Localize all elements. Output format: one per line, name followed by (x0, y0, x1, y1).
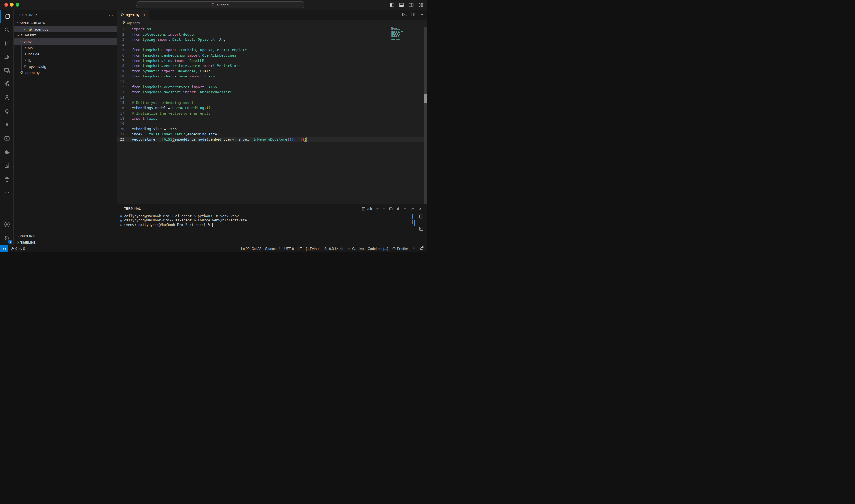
code-line-7[interactable]: 7from langchain.llms import BaseLLM (117, 58, 424, 64)
command-center-search[interactable]: ai-agent (137, 1, 304, 8)
status-feedback[interactable] (410, 246, 417, 252)
command-decoration-hollow[interactable] (120, 224, 122, 226)
close-window-button[interactable] (4, 3, 8, 6)
activity-bar-item-mongodb[interactable] (0, 119, 14, 132)
code-line-10[interactable]: 10from langchain.chains.base import Chai… (117, 74, 424, 79)
code-line-4[interactable]: 4 (117, 42, 424, 48)
sidebar-row-folder-lib[interactable]: lib (14, 57, 117, 64)
activity-bar-item-cpp-tools[interactable]: C (0, 159, 14, 173)
code-line-13[interactable]: 13from langchain.docstore import InMemor… (117, 90, 424, 95)
sidebar-row-open-editors-header[interactable]: OPEN EDITORS (14, 20, 117, 26)
code-line-20[interactable]: 20embedding_size = 1536 (117, 126, 424, 132)
status-notifications[interactable] (417, 246, 425, 252)
activity-bar-item-remote-explorer[interactable] (0, 64, 14, 78)
code-line-8[interactable]: 8from langchain.vectorstores.base import… (117, 64, 424, 69)
activity-bar-item-run-debug[interactable] (0, 51, 14, 64)
sidebar-row-file-pyvenv-cfg[interactable]: ⚙pyvenv.cfg (14, 64, 117, 70)
sidebar-row-timeline-header[interactable]: TIMELINE (14, 239, 117, 245)
customize-layout-icon[interactable] (418, 2, 424, 8)
code-line-6[interactable]: 6from langchain.embeddings import OpenAI… (117, 53, 424, 58)
terminal-viewport[interactable]: cailynyong@MacBook-Pro-2 ai-agent % pyth… (117, 213, 414, 245)
code-line-22[interactable]: 22vectorstore = FAISS(embeddings_model.e… (117, 137, 424, 142)
code-line-16[interactable]: 16embeddings_model = OpenAIEmbeddings() (117, 106, 424, 111)
code-line-18[interactable]: 18import faiss (117, 116, 424, 121)
minimap[interactable] (391, 28, 414, 49)
sidebar-row-folder-venv[interactable]: venv (14, 38, 117, 45)
remote-indicator[interactable]: >< (0, 246, 8, 252)
split-terminal-icon[interactable] (389, 207, 393, 211)
activity-bar-item-docker[interactable] (0, 146, 14, 159)
split-editor-icon[interactable] (411, 12, 416, 18)
status-prettier[interactable]: Prettier (390, 246, 410, 252)
command-decoration-filled[interactable] (120, 215, 122, 217)
editor-scrollbar[interactable] (424, 26, 427, 204)
terminal-dropdown-icon[interactable] (382, 207, 386, 211)
code-line-9[interactable]: 9from pydantic import BaseModel, Field (117, 69, 424, 74)
activity-bar-item-accounts[interactable] (0, 218, 14, 232)
code-line-19[interactable]: 19 (117, 121, 424, 127)
row-label: bin (28, 46, 33, 50)
activity-bar-item-terminal-view[interactable] (0, 132, 14, 146)
terminal-line-1: cailynyong@MacBook-Pro-2 ai-agent % pyth… (117, 214, 414, 218)
history-back-icon[interactable]: ← (124, 2, 129, 7)
activity-bar-item-source-control[interactable] (0, 37, 14, 51)
command-decoration-filled[interactable] (120, 220, 122, 222)
activity-bar-item-explorer[interactable] (0, 10, 14, 23)
tab-agent-py[interactable]: agent.py × (117, 10, 149, 20)
activity-bar-item-q-extension[interactable]: Q (0, 105, 14, 119)
code-line-5[interactable]: 5from langchain import LLMChain, OpenAI,… (117, 48, 424, 53)
zoom-window-button[interactable] (16, 3, 19, 6)
status-cursor-position[interactable]: Ln 22, Col 83 (239, 246, 263, 252)
editor-more-actions-icon[interactable] (419, 12, 424, 18)
activity-bar-item-testing[interactable] (0, 91, 14, 105)
activity-bar-item-extensions[interactable] (0, 78, 14, 91)
breadcrumb[interactable]: agent.py (117, 20, 427, 26)
status-python-interpreter[interactable]: 3.10.0 64-bit (322, 246, 345, 252)
sidebar-row-open-editor-agent-py[interactable]: ×agent.py (14, 26, 117, 32)
explorer-more-actions-icon[interactable]: ⋯ (109, 13, 113, 17)
kill-terminal-icon[interactable] (396, 207, 400, 211)
close-panel-icon[interactable] (418, 207, 423, 211)
new-terminal-icon[interactable] (375, 207, 379, 211)
terminal-instance-icon[interactable] (419, 227, 423, 231)
close-editor-icon[interactable]: × (22, 27, 26, 31)
sidebar-row-file-agent-py[interactable]: agent.py (14, 70, 117, 76)
minimize-window-button[interactable] (10, 3, 14, 6)
code-line-21[interactable]: 21index = faiss.IndexFlatL2(embedding_si… (117, 132, 424, 137)
activity-bar-item-settings[interactable]: ⚙1 (0, 232, 14, 245)
tab-close-icon[interactable]: × (143, 13, 146, 17)
panel-more-actions-icon[interactable] (404, 207, 408, 211)
sidebar-row-folder-include[interactable]: include (14, 51, 117, 57)
terminal-scrollbar[interactable] (414, 220, 415, 226)
tab-terminal[interactable]: TERMINAL (124, 205, 141, 212)
code-area[interactable]: 1import os2from collections import deque… (117, 26, 424, 204)
launch-profile-icon[interactable]: zsh (361, 207, 372, 211)
toggle-primary-sidebar-icon[interactable] (389, 2, 395, 8)
terminal-instance-icon[interactable] (419, 214, 423, 219)
code-line-2[interactable]: 2from collections import deque (117, 32, 424, 37)
status-problems[interactable]: 00 (8, 246, 27, 252)
maximize-panel-icon[interactable] (411, 207, 415, 211)
code-line-14[interactable]: 14 (117, 95, 424, 101)
toggle-secondary-sidebar-icon[interactable] (408, 2, 414, 8)
status-eol[interactable]: LF (296, 246, 304, 252)
toggle-panel-icon[interactable] (399, 2, 404, 8)
sidebar-row-outline-header[interactable]: OUTLINE (14, 233, 117, 239)
status-indentation[interactable]: Spaces: 4 (263, 246, 282, 252)
status-codeium[interactable]: Codeium: {...} (366, 246, 390, 252)
status-go-live[interactable]: Go Live (345, 246, 366, 252)
code-line-11[interactable]: 11 (117, 79, 424, 85)
status-encoding[interactable]: UTF-8 (282, 246, 296, 252)
activity-bar-item-more-views[interactable] (0, 186, 14, 200)
activity-bar-item-search[interactable] (0, 23, 14, 37)
code-line-12[interactable]: 12from langchain.vectorstores import FAI… (117, 85, 424, 90)
sidebar-row-folder-bin[interactable]: bin (14, 45, 117, 51)
code-line-1[interactable]: 1import os (117, 26, 424, 32)
code-line-15[interactable]: 15# Define your embedding model (117, 100, 424, 106)
activity-bar-item-shield-extension[interactable] (0, 173, 14, 186)
status-language-mode[interactable]: { }ⓧPython (304, 246, 322, 252)
sidebar-row-workspace-header[interactable]: AI-AGENT (14, 32, 117, 38)
run-python-file-icon[interactable] (401, 12, 408, 18)
code-line-3[interactable]: 3from typing import Dict, List, Optional… (117, 37, 424, 42)
code-line-17[interactable]: 17# Initialize the vectorstore as empty (117, 111, 424, 116)
